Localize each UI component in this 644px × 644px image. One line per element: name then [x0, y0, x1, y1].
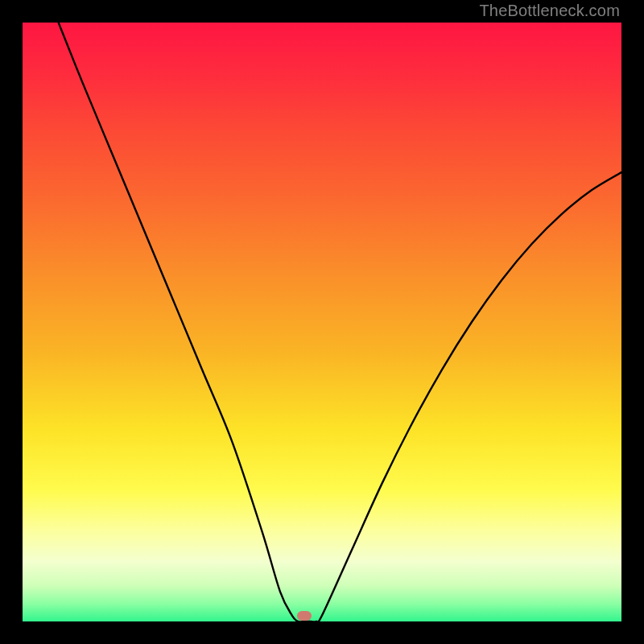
chart-frame: TheBottleneck.com [0, 0, 644, 644]
watermark-text: TheBottleneck.com [479, 2, 620, 20]
plot-area [23, 23, 621, 621]
optimum-marker [297, 611, 312, 621]
bottleneck-curve [23, 23, 621, 621]
